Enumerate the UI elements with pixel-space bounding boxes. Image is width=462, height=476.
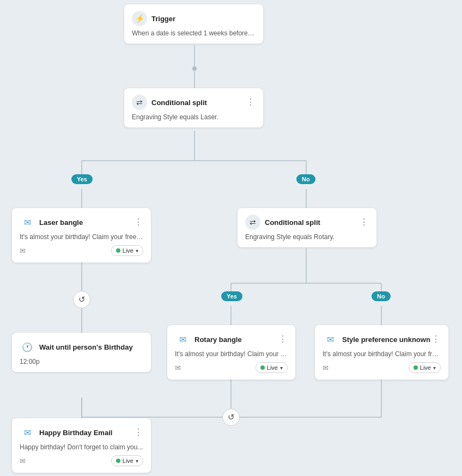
- rotary-bangle-node: ✉ Rotary bangle ⋮ It's almost your birth…: [167, 325, 295, 380]
- transform-circle-1[interactable]: ↺: [73, 291, 90, 308]
- wb-icon: 🕐: [20, 339, 35, 355]
- su-menu-button[interactable]: ⋮: [431, 335, 441, 344]
- cs1-subtitle: Engraving Style equals Laser.: [132, 113, 256, 121]
- cs2-header: ⇄ Conditional split ⋮: [245, 215, 369, 230]
- rb-chevron-icon: ▾: [280, 365, 283, 371]
- hb-footer: ✉ Live ▾: [20, 455, 143, 466]
- style-unknown-node: ✉ Style preference unknown ⋮ It's almost…: [315, 325, 448, 380]
- lb-status-dot: [116, 248, 120, 253]
- lb-header: ✉ Laser bangle ⋮: [20, 215, 143, 230]
- lb-email-icon: ✉: [20, 247, 26, 255]
- hb-email-icon: ✉: [20, 457, 26, 465]
- wb-subtitle: 12:00p: [20, 358, 143, 365]
- rb-icon: ✉: [175, 332, 190, 347]
- rb-title: Rotary bangle: [194, 335, 242, 344]
- no-label-1: No: [296, 174, 315, 184]
- conditional-split-2-node: ⇄ Conditional split ⋮ Engraving Style eq…: [238, 208, 376, 247]
- transform-circle-2[interactable]: ↺: [222, 408, 240, 426]
- su-header: ✉ Style preference unknown ⋮: [323, 332, 441, 347]
- wb-header: 🕐 Wait until person's Birthday: [20, 339, 143, 355]
- lb-status-text: Live: [123, 247, 133, 254]
- su-title: Style preference unknown: [342, 335, 430, 344]
- hb-status-text: Live: [123, 457, 133, 464]
- svg-point-1: [192, 66, 197, 71]
- trigger-title: Trigger: [151, 15, 175, 23]
- rb-email-icon: ✉: [175, 364, 181, 372]
- rb-status-badge[interactable]: Live ▾: [256, 362, 288, 373]
- hb-title: Happy Birthday Email: [39, 429, 112, 437]
- lb-menu-button[interactable]: ⋮: [134, 218, 143, 227]
- cs2-menu-button[interactable]: ⋮: [360, 218, 369, 227]
- laser-bangle-node: ✉ Laser bangle ⋮ It's almost your birthd…: [12, 208, 151, 263]
- rb-status-dot: [260, 365, 265, 370]
- lb-icon: ✉: [20, 215, 35, 230]
- su-footer: ✉ Live ▾: [323, 362, 441, 373]
- su-status-dot: [414, 365, 418, 370]
- lb-subtitle: It's almost your birthday! Claim your fr…: [20, 233, 143, 241]
- wait-birthday-node: 🕐 Wait until person's Birthday 12:00p: [12, 333, 151, 372]
- hb-status-badge[interactable]: Live ▾: [111, 455, 143, 466]
- rb-footer: ✉ Live ▾: [175, 362, 288, 373]
- hb-chevron-icon: ▾: [136, 458, 138, 464]
- lb-footer: ✉ Live ▾: [20, 245, 143, 256]
- no-label-2: No: [372, 291, 391, 301]
- hb-icon: ✉: [20, 425, 35, 440]
- hb-subtitle: Happy birthday! Don't forget to claim yo…: [20, 443, 143, 451]
- su-status-badge[interactable]: Live ▾: [409, 362, 441, 373]
- trigger-icon: ⚡: [132, 11, 147, 26]
- su-icon: ✉: [323, 332, 338, 347]
- cs2-subtitle: Engraving Style equals Rotary.: [245, 233, 369, 241]
- rb-menu-button[interactable]: ⋮: [278, 335, 288, 344]
- cs2-icon: ⇄: [245, 215, 260, 230]
- happy-birthday-node: ✉ Happy Birthday Email ⋮ Happy birthday!…: [12, 418, 151, 473]
- trigger-header: ⚡ Trigger: [132, 11, 256, 26]
- lb-title: Laser bangle: [39, 218, 83, 227]
- trigger-subtitle: When a date is selected 1 weeks before p…: [132, 29, 256, 37]
- conditional-split-1-node: ⇄ Conditional split ⋮ Engraving Style eq…: [124, 88, 263, 127]
- hb-menu-button[interactable]: ⋮: [134, 428, 143, 437]
- su-status-text: Live: [420, 364, 431, 371]
- cs2-title: Conditional split: [265, 218, 320, 227]
- yes-label-2: Yes: [221, 291, 242, 301]
- workflow-canvas: ⚡ Trigger When a date is selected 1 week…: [0, 0, 462, 476]
- wb-title: Wait until person's Birthday: [39, 343, 133, 351]
- hb-header: ✉ Happy Birthday Email ⋮: [20, 425, 143, 440]
- yes-label-1: Yes: [71, 174, 93, 184]
- rb-status-text: Live: [267, 364, 278, 371]
- lb-status-badge[interactable]: Live ▾: [111, 245, 143, 256]
- cs1-title: Conditional split: [151, 99, 207, 107]
- su-email-icon: ✉: [323, 364, 329, 372]
- su-subtitle: It's almost your birthday! Claim your fr…: [323, 350, 441, 358]
- lb-chevron-icon: ▾: [136, 248, 138, 254]
- cs1-menu-button[interactable]: ⋮: [246, 98, 256, 107]
- rb-subtitle: It's almost your birthday! Claim your fr…: [175, 350, 288, 358]
- cs1-icon: ⇄: [132, 95, 147, 110]
- rb-header: ✉ Rotary bangle ⋮: [175, 332, 288, 347]
- trigger-node: ⚡ Trigger When a date is selected 1 week…: [124, 4, 263, 44]
- hb-status-dot: [116, 459, 120, 463]
- cs1-header: ⇄ Conditional split ⋮: [132, 95, 256, 110]
- su-chevron-icon: ▾: [433, 365, 436, 371]
